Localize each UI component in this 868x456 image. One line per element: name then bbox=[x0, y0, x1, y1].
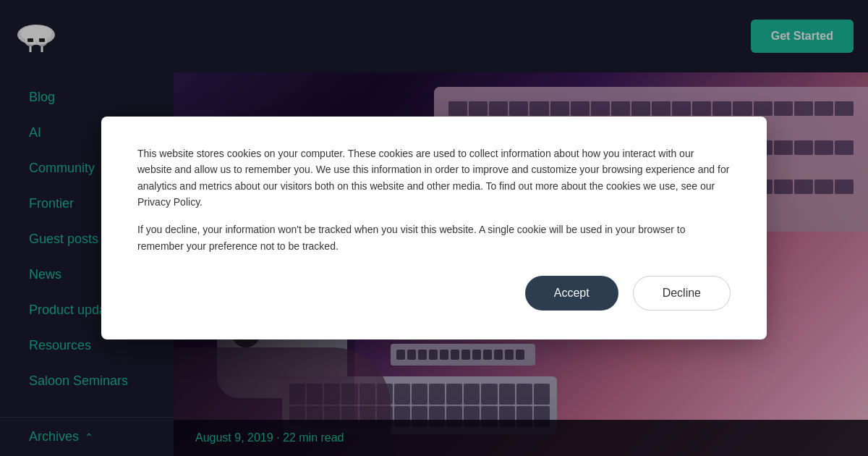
cookie-modal: This website stores cookies on your comp… bbox=[101, 117, 767, 339]
cookie-main-text: This website stores cookies on your comp… bbox=[137, 145, 731, 211]
decline-button[interactable]: Decline bbox=[633, 276, 731, 311]
cookie-overlay: This website stores cookies on your comp… bbox=[0, 0, 868, 456]
accept-button[interactable]: Accept bbox=[525, 276, 618, 311]
cookie-secondary-text: If you decline, your information won't b… bbox=[137, 221, 731, 254]
cookie-buttons: Accept Decline bbox=[137, 276, 731, 311]
